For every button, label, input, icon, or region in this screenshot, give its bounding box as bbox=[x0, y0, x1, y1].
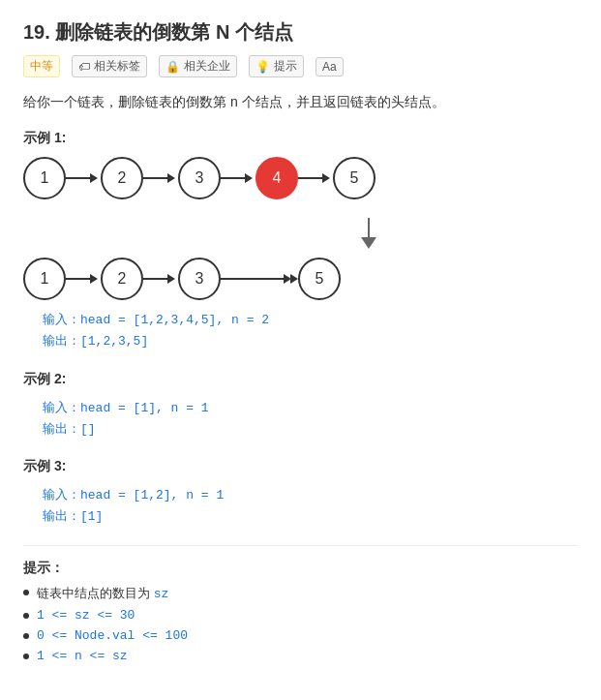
hint-bullet-4 bbox=[23, 654, 29, 659]
node-3: 3 bbox=[178, 157, 221, 199]
related-tags-label: 相关标签 bbox=[94, 58, 140, 75]
example-3: 示例 3: 输入：head = [1,2], n = 1 输出：[1] bbox=[23, 458, 578, 528]
result-arrow-2-3 bbox=[143, 274, 178, 284]
arrow-head bbox=[361, 237, 376, 249]
hint-item-1: 链表中结点的数目为 sz bbox=[23, 585, 578, 602]
down-arrow-container bbox=[23, 209, 578, 258]
hints-label: 提示 bbox=[274, 58, 297, 75]
lock-icon: 🔒 bbox=[165, 60, 180, 74]
arrow-4-5 bbox=[298, 173, 333, 183]
result-arrow-3-5 bbox=[221, 274, 298, 284]
example-3-code: 输入：head = [1,2], n = 1 输出：[1] bbox=[43, 485, 578, 528]
down-arrow bbox=[361, 218, 376, 249]
hints-title: 提示： bbox=[23, 560, 578, 577]
example-3-label: 示例 3: bbox=[23, 458, 578, 475]
diagram-after: 1 2 3 5 bbox=[23, 258, 578, 300]
list-row-before: 1 2 3 4 5 bbox=[23, 157, 578, 199]
result-node-5: 5 bbox=[298, 258, 341, 300]
lightbulb-icon: 💡 bbox=[255, 60, 270, 74]
node-2: 2 bbox=[101, 157, 143, 199]
related-companies-label: 相关企业 bbox=[184, 58, 230, 75]
hint-text-4: 1 <= n <= sz bbox=[37, 649, 128, 663]
toolbar: 中等 🏷 相关标签 🔒 相关企业 💡 提示 Aa bbox=[23, 55, 578, 77]
example-1: 示例 1: 1 2 3 4 5 1 2 3 bbox=[23, 130, 578, 352]
divider bbox=[23, 545, 578, 546]
example-3-input-text: 输入：head = [1,2], n = 1 bbox=[43, 485, 578, 506]
hints-btn[interactable]: 💡 提示 bbox=[249, 55, 304, 77]
list-row-after: 1 2 3 5 bbox=[23, 258, 578, 300]
hint-bullet-3 bbox=[23, 633, 29, 639]
result-node-1: 1 bbox=[23, 258, 66, 300]
hint-text-2: 1 <= sz <= 30 bbox=[37, 608, 135, 623]
page-title: 19. 删除链表的倒数第 N 个结点 bbox=[23, 19, 578, 46]
example-1-output-text: 输出：[1,2,3,5] bbox=[43, 331, 578, 352]
example-1-input: 输入：head = [1,2,3,4,5], n = 2 输出：[1,2,3,5… bbox=[43, 310, 578, 352]
example-2-label: 示例 2: bbox=[23, 371, 578, 388]
tag-icon: 🏷 bbox=[78, 60, 90, 74]
hint-item-2: 1 <= sz <= 30 bbox=[23, 608, 578, 623]
example-3-output-text: 输出：[1] bbox=[43, 506, 578, 528]
node-5: 5 bbox=[333, 157, 376, 199]
arrow-shaft bbox=[368, 218, 370, 237]
arrow-2-3 bbox=[143, 173, 178, 183]
example-1-label: 示例 1: bbox=[23, 130, 578, 147]
difficulty-label: 中等 bbox=[30, 58, 53, 75]
hint-text-1: 链表中结点的数目为 sz bbox=[37, 585, 168, 602]
example-2-output-text: 输出：[] bbox=[43, 419, 578, 441]
result-arrow-1-2 bbox=[66, 274, 101, 284]
related-companies-btn[interactable]: 🔒 相关企业 bbox=[159, 55, 237, 77]
result-node-3: 3 bbox=[178, 258, 221, 300]
diagram-before: 1 2 3 4 5 bbox=[23, 157, 578, 199]
result-node-2: 2 bbox=[101, 258, 143, 300]
arrow-1-2 bbox=[66, 173, 101, 183]
hint-text-3: 0 <= Node.val <= 100 bbox=[37, 628, 188, 643]
hint-bullet-2 bbox=[23, 613, 29, 619]
example-2-input-text: 输入：head = [1], n = 1 bbox=[43, 398, 578, 419]
hint-item-3: 0 <= Node.val <= 100 bbox=[23, 628, 578, 643]
example-1-input-text: 输入：head = [1,2,3,4,5], n = 2 bbox=[43, 310, 578, 331]
arrow-3-4 bbox=[221, 173, 255, 183]
difficulty-tag[interactable]: 中等 bbox=[23, 55, 60, 77]
hint-item-4: 1 <= n <= sz bbox=[23, 649, 578, 663]
font-size-label: Aa bbox=[322, 60, 337, 74]
example-2: 示例 2: 输入：head = [1], n = 1 输出：[] bbox=[23, 371, 578, 441]
hints-section: 提示： 链表中结点的数目为 sz 1 <= sz <= 30 0 <= Node… bbox=[23, 560, 578, 663]
node-4-removed: 4 bbox=[255, 157, 298, 199]
related-tags-btn[interactable]: 🏷 相关标签 bbox=[72, 55, 147, 77]
problem-description: 给你一个链表，删除链表的倒数第 n 个结点，并且返回链表的头结点。 bbox=[23, 91, 578, 112]
hint-bullet-1 bbox=[23, 590, 29, 595]
node-1: 1 bbox=[23, 157, 66, 199]
font-size-btn[interactable]: Aa bbox=[316, 57, 344, 76]
example-2-code: 输入：head = [1], n = 1 输出：[] bbox=[43, 398, 578, 441]
